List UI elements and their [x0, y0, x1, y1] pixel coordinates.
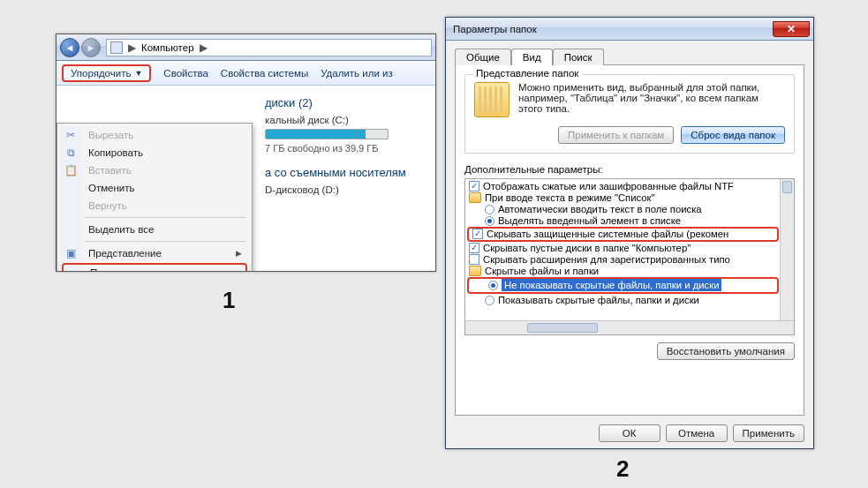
menu-select-all[interactable]: Выделить все [60, 221, 249, 238]
radio-icon[interactable] [485, 216, 494, 226]
dialog-titlebar: Параметры папок ✕ [446, 18, 813, 41]
tab-strip: Общие Вид Поиск [455, 49, 804, 65]
explorer-window: ◄ ► ▶ Компьютер ▶ Упорядочить ▼ Свойства… [56, 34, 436, 272]
explorer-titlebar: ◄ ► ▶ Компьютер ▶ [57, 34, 435, 61]
computer-icon [110, 41, 123, 54]
checkbox-icon[interactable] [469, 243, 479, 253]
reset-folders-button[interactable]: Сброс вида папок [681, 126, 785, 144]
ok-button[interactable]: ОК [599, 424, 660, 442]
list-item-dont-show-hidden[interactable]: Не показывать скрытые файлы, папки и дис… [471, 279, 777, 292]
drive-c[interactable]: кальный диск (C:) [265, 115, 428, 125]
folder-views-group: Представление папок Можно применить вид,… [464, 74, 795, 154]
folder-options-dialog: Параметры папок ✕ Общие Вид Поиск Предст… [445, 17, 814, 449]
layout-icon: ▣ [64, 246, 78, 260]
breadcrumb[interactable]: ▶ Компьютер ▶ [106, 39, 432, 56]
nav-forward-button[interactable]: ► [81, 38, 101, 57]
system-properties-button[interactable]: Свойства системы [221, 68, 308, 79]
nav-back-button[interactable]: ◄ [60, 38, 79, 57]
tab-general[interactable]: Общие [455, 49, 511, 65]
advanced-list: Отображать сжатые или зашифрованные файл… [464, 178, 795, 335]
restore-defaults-button[interactable]: Восстановить умолчания [657, 342, 795, 360]
scrollbar-horizontal[interactable] [465, 320, 794, 334]
list-item[interactable]: Показывать скрытые файлы, папки и диски [467, 295, 794, 306]
chevron-right-icon: ▶ [236, 249, 242, 258]
dialog-buttons: ОК Отмена Применить [455, 424, 804, 442]
highlight-box: Не показывать скрытые файлы, папки и дис… [467, 277, 779, 294]
list-item[interactable]: При вводе текста в режиме "Список" [467, 192, 794, 204]
menu-layout[interactable]: ▣ Представление ▶ [60, 244, 249, 262]
drive-free-text: 7 ГБ свободно из 39,9 ГБ [265, 143, 428, 154]
organize-menu: ✂ Вырезать ⧉ Копировать 📋 Вставить Отмен… [57, 123, 253, 272]
drive-d[interactable]: D-дисковод (D:) [265, 184, 428, 195]
chevron-right-icon: ▶ [200, 41, 208, 54]
close-icon: ✕ [787, 23, 796, 35]
list-item[interactable]: Отображать сжатые или зашифрованные файл… [467, 181, 794, 192]
copy-icon: ⧉ [64, 146, 78, 160]
menu-cut[interactable]: ✂ Вырезать [60, 126, 249, 144]
advanced-label: Дополнительные параметры: [464, 164, 795, 175]
list-item-hide-protected[interactable]: Скрывать защищенные системные файлы (рек… [471, 229, 777, 240]
apply-button[interactable]: Применить [733, 424, 804, 442]
breadcrumb-item[interactable]: Компьютер [141, 42, 194, 53]
chevron-down-icon: ▼ [134, 69, 142, 78]
annotation-label-1: 1 [223, 287, 235, 314]
list-item[interactable]: Автоматически вводить текст в поле поиск… [467, 204, 794, 215]
highlight-box: Скрывать защищенные системные файлы (рек… [467, 227, 779, 242]
chevron-right-icon: ▶ [128, 41, 136, 54]
radio-icon[interactable] [485, 205, 494, 214]
organize-label: Упорядочить [71, 68, 131, 79]
checkbox-icon[interactable] [469, 181, 479, 191]
checkbox-icon[interactable] [469, 254, 479, 265]
menu-redo[interactable]: Вернуть [60, 197, 249, 214]
remove-button[interactable]: Удалить или из [321, 68, 393, 79]
list-item[interactable]: Скрывать расширения для зарегистрированн… [467, 254, 794, 266]
checkbox-icon[interactable] [472, 229, 483, 239]
cancel-button[interactable]: Отмена [666, 424, 728, 442]
annotation-label-2: 2 [616, 455, 629, 483]
radio-icon[interactable] [488, 281, 498, 290]
dialog-title: Параметры папок [453, 24, 537, 34]
section-hard-disks: диски (2) [265, 96, 428, 109]
tab-view[interactable]: Вид [511, 49, 553, 65]
tab-panel-view: Представление папок Можно применить вид,… [455, 64, 804, 416]
list-item[interactable]: Выделять введенный элемент в списке [467, 215, 794, 227]
folder-icon [469, 192, 481, 203]
explorer-body: диски (2) кальный диск (C:) 7 ГБ свободн… [57, 86, 435, 271]
section-removable: а со съемными носителям [265, 166, 428, 179]
paste-icon: 📋 [64, 163, 78, 177]
folder-icon [469, 266, 481, 276]
properties-button[interactable]: Свойства [163, 68, 208, 79]
menu-separator [85, 241, 245, 242]
menu-folder-options[interactable]: Параметры папок и поиска [62, 263, 247, 272]
tab-search[interactable]: Поиск [553, 49, 604, 65]
organize-button[interactable]: Упорядочить ▼ [62, 64, 151, 82]
group-text: Можно применить вид, выбранный для этой … [518, 82, 785, 114]
list-item[interactable]: Скрывать пустые диски в папке "Компьютер… [467, 243, 794, 254]
cut-icon: ✂ [64, 128, 78, 142]
scrollbar-vertical[interactable] [780, 179, 794, 320]
folder-icon [474, 82, 509, 117]
drive-usage-bar [265, 129, 389, 139]
menu-copy[interactable]: ⧉ Копировать [60, 144, 249, 161]
radio-icon[interactable] [485, 296, 494, 305]
close-button[interactable]: ✕ [773, 21, 810, 37]
menu-separator [85, 217, 245, 218]
group-legend: Представление папок [472, 68, 582, 79]
menu-undo[interactable]: Отменить [60, 179, 249, 197]
list-item[interactable]: Скрытые файлы и папки [467, 266, 794, 277]
menu-paste[interactable]: 📋 Вставить [60, 161, 249, 179]
explorer-toolbar: Упорядочить ▼ Свойства Свойства системы … [57, 61, 435, 86]
apply-to-folders-button[interactable]: Применить к папкам [558, 126, 674, 144]
